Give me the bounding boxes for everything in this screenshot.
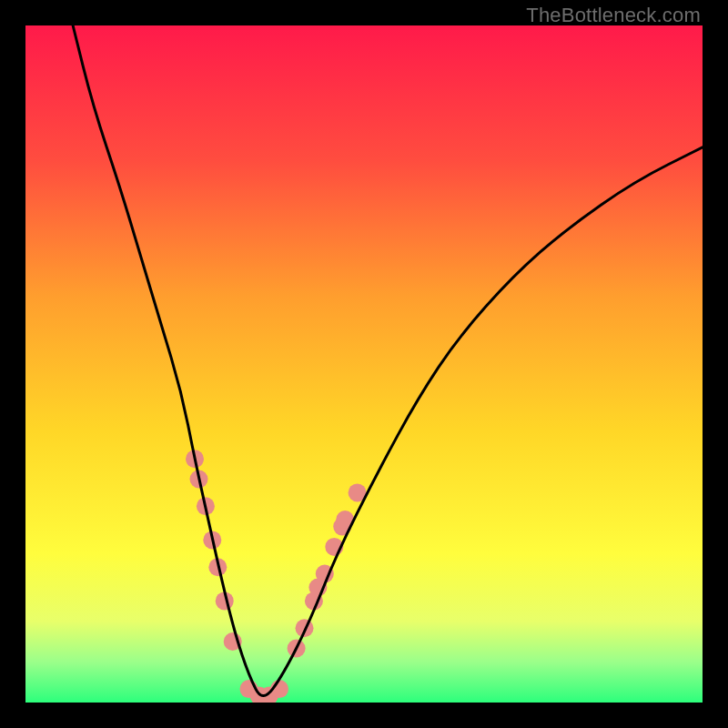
chart-frame	[25, 25, 703, 703]
chart-plot	[25, 25, 703, 703]
watermark-text: TheBottleneck.com	[526, 4, 701, 27]
bottleneck-curve	[73, 25, 703, 696]
highlight-dots	[186, 450, 367, 703]
